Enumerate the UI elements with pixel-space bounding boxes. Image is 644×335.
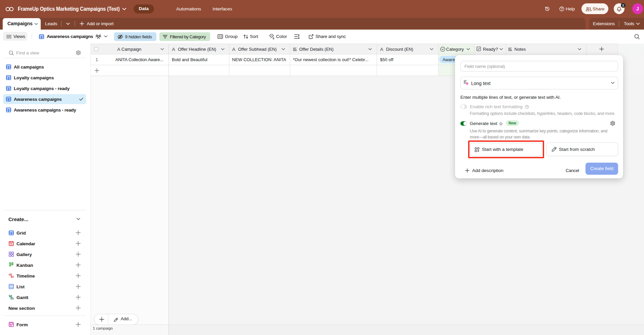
svg-text:31: 31 [10, 243, 13, 245]
